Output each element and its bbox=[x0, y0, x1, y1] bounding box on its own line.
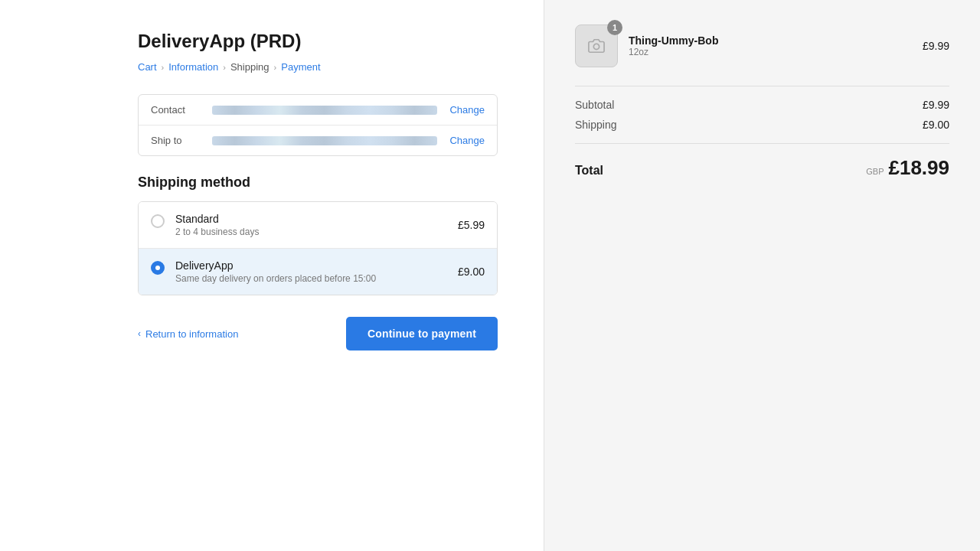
option-name-standard: Standard bbox=[175, 213, 458, 225]
total-label: Total bbox=[575, 164, 603, 178]
order-item: 1 Thing-Ummy-Bob 12oz £9.99 bbox=[575, 24, 949, 67]
return-to-information-link[interactable]: ‹ Return to information bbox=[138, 328, 238, 340]
breadcrumb-payment: Payment bbox=[281, 61, 320, 73]
total-currency: GBP bbox=[866, 167, 884, 176]
option-name-deliveryapp: DeliveryApp bbox=[175, 259, 458, 272]
breadcrumb: Cart › Information › Shipping › Payment bbox=[138, 61, 498, 73]
svg-point-0 bbox=[593, 44, 599, 49]
item-quantity-badge: 1 bbox=[607, 20, 622, 35]
ship-to-row: Ship to Change bbox=[139, 126, 497, 155]
breadcrumb-information[interactable]: Information bbox=[168, 61, 218, 73]
left-panel: DeliveryApp (PRD) Cart › Information › S… bbox=[0, 0, 544, 551]
option-details-standard: Standard 2 to 4 business days bbox=[175, 213, 458, 237]
breadcrumb-sep-1: › bbox=[162, 63, 165, 72]
total-amount: £18.99 bbox=[888, 156, 949, 180]
radio-deliveryapp bbox=[151, 261, 165, 275]
option-details-deliveryapp: DeliveryApp Same day delivery on orders … bbox=[175, 259, 458, 284]
return-link-label: Return to information bbox=[145, 328, 238, 340]
total-value-wrapper: GBP £18.99 bbox=[866, 156, 949, 180]
subtotal-row: Subtotal £9.99 bbox=[575, 99, 949, 111]
breadcrumb-sep-2: › bbox=[223, 63, 226, 72]
option-price-deliveryapp: £9.00 bbox=[458, 266, 485, 278]
right-panel: 1 Thing-Ummy-Bob 12oz £9.99 Subtotal £9.… bbox=[544, 0, 980, 551]
shipping-summary-value: £9.00 bbox=[923, 119, 949, 131]
ship-to-label: Ship to bbox=[151, 135, 212, 146]
item-price: £9.99 bbox=[923, 40, 949, 52]
contact-label: Contact bbox=[151, 104, 212, 116]
app-title: DeliveryApp (PRD) bbox=[138, 31, 498, 52]
subtotal-label: Subtotal bbox=[575, 99, 614, 111]
shipping-option-standard[interactable]: Standard 2 to 4 business days £5.99 bbox=[139, 202, 497, 249]
nav-buttons: ‹ Return to information Continue to paym… bbox=[138, 317, 498, 350]
radio-standard bbox=[151, 214, 165, 228]
item-variant: 12oz bbox=[629, 47, 912, 57]
continue-to-payment-button[interactable]: Continue to payment bbox=[346, 317, 498, 350]
contact-value bbox=[212, 106, 437, 115]
camera-svg-icon bbox=[588, 37, 605, 54]
breadcrumb-cart[interactable]: Cart bbox=[138, 61, 157, 73]
option-desc-deliveryapp: Same day delivery on orders placed befor… bbox=[175, 273, 458, 284]
option-price-standard: £5.99 bbox=[458, 219, 485, 231]
shipping-method-heading: Shipping method bbox=[138, 174, 498, 191]
ship-to-value bbox=[212, 136, 437, 145]
divider-2 bbox=[575, 143, 949, 144]
item-name: Thing-Ummy-Bob bbox=[629, 34, 912, 47]
divider-1 bbox=[575, 86, 949, 86]
shipping-row: Shipping £9.00 bbox=[575, 119, 949, 131]
breadcrumb-shipping: Shipping bbox=[230, 61, 270, 73]
item-image-wrapper: 1 bbox=[575, 24, 618, 67]
subtotal-value: £9.99 bbox=[923, 99, 949, 111]
total-row: Total GBP £18.99 bbox=[575, 156, 949, 180]
shipping-options: Standard 2 to 4 business days £5.99 Deli… bbox=[138, 201, 498, 295]
shipping-option-deliveryapp[interactable]: DeliveryApp Same day delivery on orders … bbox=[139, 249, 497, 295]
contact-change-link[interactable]: Change bbox=[449, 104, 485, 116]
chevron-left-icon: ‹ bbox=[138, 328, 141, 339]
info-box: Contact Change Ship to Change bbox=[138, 94, 498, 156]
breadcrumb-sep-3: › bbox=[274, 63, 277, 72]
option-desc-standard: 2 to 4 business days bbox=[175, 227, 458, 237]
shipping-summary-label: Shipping bbox=[575, 119, 617, 131]
contact-row: Contact Change bbox=[139, 95, 497, 126]
ship-to-change-link[interactable]: Change bbox=[449, 135, 485, 146]
item-info: Thing-Ummy-Bob 12oz bbox=[629, 34, 912, 57]
